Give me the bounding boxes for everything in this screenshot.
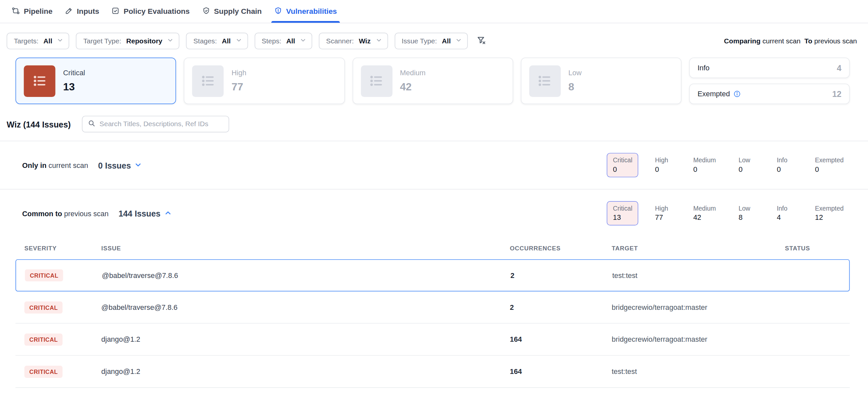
severity-label: Info bbox=[698, 64, 710, 72]
severity-card-exempted[interactable]: Exempted 12 bbox=[689, 84, 849, 104]
chip-count: 8 bbox=[739, 213, 754, 221]
chip-label: Medium bbox=[693, 157, 716, 163]
section-issue-count: 144 Issues bbox=[119, 209, 160, 218]
chip-info[interactable]: Info 4 bbox=[771, 201, 798, 226]
filter-label: Targets: bbox=[14, 37, 38, 45]
severity-summary-row: Critical 13 High 77 Medium 42 bbox=[0, 58, 868, 104]
chip-label: Low bbox=[739, 205, 754, 212]
filter-value: Repository bbox=[126, 37, 162, 45]
chip-info[interactable]: Info 0 bbox=[771, 153, 798, 177]
chevron-down-icon bbox=[236, 37, 242, 45]
filter-row: Targets: All Target Type: Repository Sta… bbox=[0, 23, 868, 58]
chip-high[interactable]: High 0 bbox=[649, 153, 677, 177]
severity-card-info[interactable]: Info 4 bbox=[689, 58, 849, 78]
tab-policy-evaluations[interactable]: Policy Evaluations bbox=[105, 0, 196, 23]
tab-supply-chain[interactable]: Supply Chain bbox=[196, 0, 268, 23]
severity-card-high[interactable]: High 77 bbox=[184, 58, 344, 104]
chip-low[interactable]: Low 0 bbox=[733, 153, 760, 177]
target-cell: bridgecrewio/terragoat:master bbox=[603, 335, 776, 343]
severity-count: 8 bbox=[568, 81, 581, 93]
filter-issue-type[interactable]: Issue Type: All bbox=[395, 32, 468, 49]
issue-cell: @babel/traverse@7.8.6 bbox=[93, 303, 501, 311]
severity-badge: CRITICAL bbox=[24, 365, 63, 378]
table-row[interactable]: CRITICAL django@1.2 164 bridgecrewio/ter… bbox=[16, 324, 849, 356]
severity-badge: CRITICAL bbox=[24, 301, 63, 313]
occurrences-cell: 2 bbox=[501, 303, 603, 311]
chip-critical[interactable]: Critical 0 bbox=[607, 153, 638, 177]
issue-cell: django@1.2 bbox=[93, 367, 501, 376]
critical-list-icon bbox=[24, 65, 56, 97]
column-header-status: Status bbox=[776, 245, 849, 252]
chip-label: High bbox=[655, 157, 670, 163]
chip-medium[interactable]: Medium 42 bbox=[687, 201, 722, 226]
chevron-down-icon bbox=[135, 160, 142, 170]
severity-label: High bbox=[231, 69, 246, 77]
section-label: Common to previous scan bbox=[22, 209, 108, 217]
filter-targets[interactable]: Targets: All bbox=[6, 32, 69, 49]
filter-label: Stages: bbox=[193, 37, 217, 45]
results-title: Wiz (144 Issues) bbox=[6, 119, 70, 129]
top-tab-bar: Pipeline Inputs Policy Evaluations Suppl… bbox=[0, 0, 868, 23]
chip-count: 0 bbox=[693, 165, 716, 173]
column-header-target: Target bbox=[603, 245, 776, 252]
severity-card-medium[interactable]: Medium 42 bbox=[352, 58, 513, 104]
chip-low[interactable]: Low 8 bbox=[733, 201, 760, 226]
tab-label: Inputs bbox=[77, 7, 99, 16]
filter-value: Wiz bbox=[359, 37, 371, 45]
issues-table: Severity Issue Occurrences Target Status… bbox=[16, 237, 849, 388]
section-label-scope: previous scan bbox=[64, 209, 108, 217]
table-row[interactable]: CRITICAL @babel/traverse@7.8.6 2 bridgec… bbox=[16, 291, 849, 324]
tab-pipeline[interactable]: Pipeline bbox=[6, 0, 58, 23]
filter-value: All bbox=[286, 37, 295, 45]
chip-count: 42 bbox=[693, 213, 716, 221]
chip-high[interactable]: High 77 bbox=[649, 201, 677, 226]
comparing-lead: Comparing bbox=[724, 37, 760, 45]
severity-count: 13 bbox=[63, 81, 85, 93]
chevron-up-icon bbox=[164, 209, 172, 218]
filter-steps[interactable]: Steps: All bbox=[254, 32, 312, 49]
supply-chain-icon bbox=[202, 6, 210, 16]
filter-value: All bbox=[43, 37, 52, 45]
tab-inputs[interactable]: Inputs bbox=[58, 0, 105, 23]
comparing-to: To bbox=[804, 37, 812, 45]
section-issue-count: 0 Issues bbox=[98, 160, 131, 170]
section-toggle[interactable]: 0 Issues bbox=[98, 160, 142, 170]
low-list-icon bbox=[529, 65, 561, 97]
tab-vulnerabilities[interactable]: Vulnerabilities bbox=[268, 0, 343, 23]
severity-chip-group: Critical 0 High 0 Medium 0 Low 0 Info 0 … bbox=[607, 153, 849, 177]
severity-card-low[interactable]: Low 8 bbox=[521, 58, 681, 104]
results-header: Wiz (144 Issues) bbox=[0, 104, 868, 141]
policy-check-icon bbox=[111, 6, 120, 16]
high-list-icon bbox=[192, 65, 224, 97]
chip-critical[interactable]: Critical 13 bbox=[607, 201, 638, 226]
severity-count: 12 bbox=[832, 89, 841, 98]
section-label: Only in current scan bbox=[22, 161, 88, 169]
chip-medium[interactable]: Medium 0 bbox=[687, 153, 722, 177]
table-row[interactable]: CRITICAL django@1.2 164 test:test bbox=[16, 356, 849, 388]
search-box[interactable] bbox=[82, 116, 229, 132]
chip-count: 0 bbox=[739, 165, 754, 173]
severity-label: Exempted bbox=[698, 90, 730, 98]
clear-filters-button[interactable] bbox=[477, 35, 486, 47]
occurrences-cell: 2 bbox=[502, 271, 603, 279]
severity-count: 4 bbox=[837, 63, 841, 72]
chip-label: Exempted bbox=[815, 157, 843, 163]
table-row[interactable]: CRITICAL @babel/traverse@7.8.6 2 test:te… bbox=[16, 259, 849, 291]
severity-card-critical[interactable]: Critical 13 bbox=[16, 58, 176, 104]
filter-target-type[interactable]: Target Type: Repository bbox=[76, 32, 180, 49]
chip-exempted[interactable]: Exempted 12 bbox=[809, 201, 849, 226]
section-toggle[interactable]: 144 Issues bbox=[119, 209, 172, 218]
info-icon[interactable] bbox=[733, 90, 740, 97]
comparing-scan-note: Comparing current scan To previous scan bbox=[724, 37, 857, 45]
search-input[interactable] bbox=[99, 120, 223, 128]
chip-count: 0 bbox=[613, 165, 632, 173]
chip-exempted[interactable]: Exempted 0 bbox=[809, 153, 849, 177]
filter-stages[interactable]: Stages: All bbox=[186, 32, 248, 49]
section-label-bold: Common to bbox=[22, 209, 62, 217]
column-header-occurrences: Occurrences bbox=[501, 245, 603, 252]
issue-cell: django@1.2 bbox=[93, 335, 501, 343]
filter-scanner[interactable]: Scanner: Wiz bbox=[319, 32, 388, 49]
chip-count: 13 bbox=[613, 213, 632, 221]
column-header-issue: Issue bbox=[93, 245, 501, 252]
occurrences-cell: 164 bbox=[501, 335, 603, 343]
